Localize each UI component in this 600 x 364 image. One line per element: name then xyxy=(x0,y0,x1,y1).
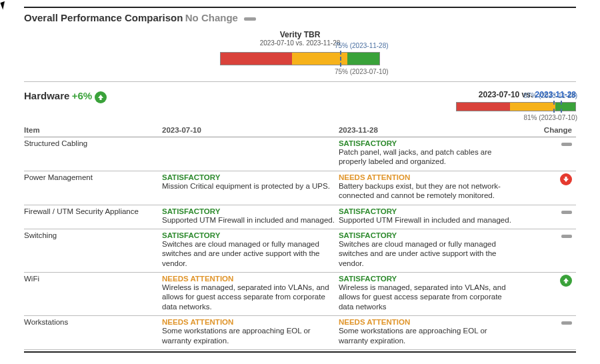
cell-date1: SATISFACTORYMission Critical equipment i… xyxy=(162,171,339,205)
bar-seg-red xyxy=(221,53,292,65)
overall-bottom-tick-label: 75% (2023-07-10) xyxy=(335,68,389,75)
cell-date1 xyxy=(162,137,339,171)
hardware-top-tick-label: 87% (2023-11-28) xyxy=(523,92,577,99)
cell-change xyxy=(515,171,576,205)
overall-chart-subtitle: 2023-07-10 vs. 2023-11-28 xyxy=(24,39,576,47)
overall-tick-line xyxy=(340,51,341,67)
no-change-dash-icon xyxy=(244,17,256,21)
cell-date1: SATISFACTORYSupported UTM Firewall in in… xyxy=(162,205,339,229)
col-date2: 2023-11-28 xyxy=(339,123,515,137)
cell-date1: SATISFACTORYSwitches are cloud managed o… xyxy=(162,229,339,272)
status-label: NEEDS ATTENTION xyxy=(162,275,335,283)
table-row: WiFiNEEDS ATTENTIONWireless is managed, … xyxy=(24,273,576,316)
status-label: NEEDS ATTENTION xyxy=(162,318,335,326)
status-label: SATISFACTORY xyxy=(339,207,511,215)
cell-change xyxy=(515,316,576,350)
status-desc: Switches are cloud managed or fully mana… xyxy=(162,239,335,268)
status-desc: Battery backups exist, but they are not … xyxy=(339,181,511,201)
overall-title: Overall Performance Comparison xyxy=(24,12,183,23)
cell-change xyxy=(515,205,576,229)
hardware-header: Hardware +6% 2023-07-10 vs. 2023-11-28 8… xyxy=(24,90,576,111)
no-change-dash-icon xyxy=(561,143,572,146)
cell-date2: NEEDS ATTENTIONBattery backups exist, bu… xyxy=(339,171,515,205)
no-change-dash-icon xyxy=(561,235,572,238)
table-row: Structured CablingSATISFACTORYPatch pane… xyxy=(24,137,576,171)
table-row: Firewall / UTM Security ApplianceSATISFA… xyxy=(24,205,576,229)
minibar-seg-green xyxy=(555,103,575,111)
cell-item: Workstations xyxy=(24,316,162,350)
hardware-tick-81 xyxy=(553,101,555,113)
no-change-dash-icon xyxy=(561,321,572,325)
table-header-row: Item 2023-07-10 2023-11-28 Change xyxy=(24,123,576,137)
status-desc: Mission Critical equipment is protected … xyxy=(162,181,335,191)
minibar-seg-amber xyxy=(510,103,555,111)
status-desc: Wireless is managed, separated into VLAN… xyxy=(162,283,335,311)
hardware-score-bar: 87% (2023-11-28) 81% (2023-07-10) xyxy=(456,102,576,111)
cell-item: Switching xyxy=(24,229,162,272)
status-desc: Supported UTM Firewall in included and m… xyxy=(339,215,511,225)
status-desc: Switches are cloud managed or fully mana… xyxy=(339,239,511,268)
divider xyxy=(24,81,576,82)
hardware-bottom-tick-label: 81% (2023-07-10) xyxy=(523,114,577,121)
bar-seg-green xyxy=(347,53,379,65)
arrow-up-icon xyxy=(95,91,107,103)
hardware-title: Hardware xyxy=(24,90,69,101)
table-row: SwitchingSATISFACTORYSwitches are cloud … xyxy=(24,229,576,272)
table-row: WorkstationsNEEDS ATTENTIONSome workstat… xyxy=(24,316,576,350)
cell-item: Power Management xyxy=(24,171,162,205)
table-row: Power ManagementSATISFACTORYMission Crit… xyxy=(24,171,576,205)
cell-item: Structured Cabling xyxy=(24,137,162,171)
status-label: NEEDS ATTENTION xyxy=(339,318,511,326)
col-change: Change xyxy=(515,123,576,137)
overall-top-tick-label: 75% (2023-11-28) xyxy=(335,42,389,49)
overall-chart-title: Verity TBR xyxy=(24,30,576,39)
status-desc: Some workstations are approaching EOL or… xyxy=(162,326,335,345)
status-desc: Some workstations are approaching EOL or… xyxy=(339,326,511,345)
arrow-down-icon xyxy=(560,173,572,185)
col-date1: 2023-07-10 xyxy=(162,123,339,137)
status-label: SATISFACTORY xyxy=(339,139,511,147)
overall-section: Overall Performance Comparison No Change… xyxy=(24,12,576,65)
status-label: SATISFACTORY xyxy=(339,275,511,283)
status-desc: Supported UTM Firewall in included and m… xyxy=(162,215,335,225)
cell-date2: NEEDS ATTENTIONSome workstations are app… xyxy=(339,316,515,350)
status-label: SATISFACTORY xyxy=(162,207,335,215)
hardware-date1: 2023-07-10 xyxy=(479,90,519,99)
cell-date2: SATISFACTORYPatch panel, wall jacks, and… xyxy=(339,137,515,171)
cell-date2: SATISFACTORYSwitches are cloud managed o… xyxy=(339,229,515,272)
cell-item: WiFi xyxy=(24,273,162,316)
hardware-delta: +6% xyxy=(72,90,92,101)
status-desc: Wireless is managed, separated into VLAN… xyxy=(339,283,511,311)
cell-item: Firewall / UTM Security Appliance xyxy=(24,205,162,229)
divider-top xyxy=(24,7,576,8)
status-label: SATISFACTORY xyxy=(162,173,335,181)
status-label: SATISFACTORY xyxy=(339,231,511,239)
status-desc: Patch panel, wall jacks, and patch cable… xyxy=(339,147,511,167)
cursor-icon xyxy=(0,0,9,9)
cell-change xyxy=(515,229,576,272)
no-change-dash-icon xyxy=(561,211,572,214)
cell-change xyxy=(515,273,576,316)
minibar-seg-red xyxy=(457,103,510,111)
hardware-tick-87 xyxy=(561,101,562,113)
divider-bottom xyxy=(24,351,576,353)
cell-date1: NEEDS ATTENTIONWireless is managed, sepa… xyxy=(162,273,339,316)
status-label: SATISFACTORY xyxy=(162,231,335,239)
status-label: NEEDS ATTENTION xyxy=(339,173,511,181)
cell-date2: SATISFACTORYSupported UTM Firewall in in… xyxy=(339,205,515,229)
col-item: Item xyxy=(24,123,162,137)
hardware-items-table: Item 2023-07-10 2023-11-28 Change Struct… xyxy=(24,123,576,350)
arrow-up-icon xyxy=(560,275,572,287)
overall-score-bar: 75% (2023-11-28) 75% (2023-07-10) xyxy=(220,52,380,65)
cell-date2: SATISFACTORYWireless is managed, separat… xyxy=(339,273,515,316)
cell-change xyxy=(515,137,576,171)
overall-status: No Change xyxy=(185,12,238,23)
cell-date1: NEEDS ATTENTIONSome workstations are app… xyxy=(162,316,339,350)
bar-seg-amber xyxy=(292,53,347,65)
